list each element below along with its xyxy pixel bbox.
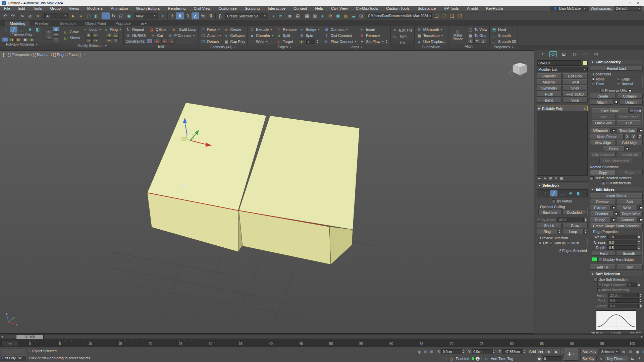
preserve-uvs-settings-button[interactable] [628,88,632,93]
redo-icon[interactable]: ↷ [9,12,17,19]
percent-snap-icon[interactable]: % [199,12,207,19]
preview-subobject-icon[interactable]: ◨ [9,37,15,42]
signin-user[interactable]: 👤 Dan McCabe ▼ [550,6,589,11]
paint-select-icon[interactable]: ▦ [22,37,28,42]
modifier-preset-button[interactable]: Shell [562,85,587,90]
select-dot-icon[interactable]: ◉ [29,37,35,42]
time-slider-track[interactable] [5,335,639,339]
menu-item[interactable]: KeyHydra [482,6,507,10]
menu-item[interactable]: Rendering [164,6,190,10]
rect-selection-region-icon[interactable]: ▢ [85,12,93,19]
menu-item[interactable]: Interactive [264,6,289,10]
dist-connect-button[interactable]: ⫼Dist Connect [324,33,357,38]
border-subobject-icon[interactable]: ◡ [18,26,25,33]
tab-populate[interactable]: Populate [111,21,135,26]
transform-toggle-icon[interactable]: T [53,38,59,42]
p-connect-button[interactable]: ⊟P Connect▼ [168,33,195,38]
create-shape-button[interactable]: Create Shape From Selection [590,223,643,228]
make-planar-button[interactable]: Make Planar [590,134,624,139]
edit-edges-rollout-header[interactable]: ▼Edit Edges [590,187,643,192]
viewport-label[interactable]: [ + ] [ Perspective ] [ Standard ] [ Edg… [3,53,80,57]
tessellate-button[interactable]: ▦Tessellate▼ [417,33,446,38]
align-y-button[interactable]: Y [474,39,480,44]
menu-item[interactable]: Customize [214,6,240,10]
grow-button[interactable]: Grow [562,223,587,228]
ring-button[interactable]: ≡Ring▼ [104,27,122,32]
render-setup-icon[interactable]: ⚙ [326,12,334,19]
doc-user-icon[interactable]: ❒ [456,12,464,19]
extrude-button[interactable]: ↥Extrude▼ [249,27,274,32]
motion-tab-icon[interactable]: ◎ [571,51,578,57]
constraint-face-radio[interactable] [592,82,595,85]
edge-subobject-icon[interactable]: ╱ [10,26,17,33]
lock-selection-ribbon-icon[interactable]: ⊶ [53,32,59,37]
target-weld-button[interactable]: Target Weld [619,211,643,216]
weld-settings-button[interactable] [639,206,643,210]
configure-modifier-sets-icon[interactable]: ▤ [560,176,563,181]
hard-edges-button[interactable]: ⬒Hard [491,27,516,32]
preview-multi-icon[interactable]: ◧ [15,37,21,42]
weld-button[interactable]: Weld [617,205,638,210]
use-pivot-center-icon[interactable]: ⌖ [159,12,167,19]
reference-coordinate-dropdown[interactable]: View▼ [134,13,158,19]
divider[interactable] [42,12,43,19]
slice-plane-button[interactable]: Slice Plane [592,108,629,113]
zoom-all-icon[interactable]: ⊞ [628,349,634,354]
create-button[interactable]: Create [590,94,616,99]
zoom-icon[interactable]: ⊕ [621,349,627,354]
target-weld-button[interactable]: ◎Target [276,39,297,44]
bridge-button[interactable]: Bridge [590,217,611,222]
modifier-preset-button[interactable]: Material [537,79,561,84]
spin-button[interactable]: ✖Spin [299,33,320,38]
selection-lock-icon[interactable]: ⊡ [423,349,429,354]
panel-label[interactable]: Polygon Modeling▼ [0,42,44,46]
menu-item[interactable]: Modifiers [83,6,107,10]
bridge-settings-button[interactable] [612,218,616,222]
polygon-subobject-icon[interactable]: ■ [567,190,574,196]
pin-stack-icon[interactable]: ⇱ [46,29,52,34]
relax-button[interactable]: ◠Relax▼ [200,27,221,32]
select-by-name-icon[interactable]: ≡ [77,12,85,19]
selection-filter-dropdown[interactable]: All▼ [44,13,68,19]
time-slider-handle[interactable]: 0 / 100 [16,335,44,339]
x-coordinate-field[interactable]: 0.0cm [441,349,462,354]
visibility-toggle-icon[interactable]: ◁ [583,107,586,111]
align-to-view-button[interactable]: ▢To View [468,27,487,32]
object-name-field[interactable]: Box001 [537,60,581,66]
by-angle-checkbox[interactable] [537,218,540,222]
time-tag-icon[interactable]: ◇ [483,356,489,361]
menu-item[interactable]: Tools [29,6,46,10]
spinner-arrows[interactable] [316,40,319,44]
modifier-stack-empty[interactable] [537,111,588,176]
use-soft-selection-checkbox[interactable] [594,278,598,282]
cut-button[interactable]: Cut [617,120,641,125]
quickslice-button[interactable]: QuickSlice [592,120,616,125]
element-subobject-icon[interactable]: ◧ [575,190,583,196]
set-key-button[interactable]: Set Key [580,356,597,361]
detach-button[interactable]: ❐Detach [200,39,221,44]
key-mode-toggle[interactable]: ◀▶ [537,356,542,361]
slider-right-arrow[interactable]: ▶ [641,335,643,338]
hard-edge-color-swatch[interactable] [592,257,598,262]
grow-button[interactable]: ◰Grow [63,29,80,35]
menu-item[interactable]: Group [46,6,65,10]
menu-item[interactable]: Content [289,6,311,10]
constraint-none-icon[interactable]: ⊠ [147,39,153,44]
menu-item[interactable]: Edit [14,6,29,10]
select-and-rotate-icon[interactable]: ↻ [110,12,117,19]
display-tab-icon[interactable]: ▭ [582,51,589,57]
by-vertex-checkbox[interactable] [552,199,556,203]
edit-poly-mode-icon[interactable]: ▢ [2,37,8,42]
modifier-list-dropdown[interactable]: Modifier List▼ [537,67,588,72]
key-filter-curve-icon[interactable]: ∿ [598,356,604,361]
window-crossing-icon[interactable]: ◧ [93,12,100,19]
set-flow-button[interactable]: ┿Set Flow▼ [359,39,388,44]
weld-button[interactable]: ≀Weld▼ [249,39,274,44]
full-interactivity-checkbox[interactable]: ✓ [602,181,605,185]
key-filters-button[interactable]: Key Filters... [605,356,628,361]
go-to-start-button[interactable]: |◀◀ [537,349,544,354]
unlink-selection-icon[interactable]: ⊘ [26,12,34,19]
snap-3d-icon[interactable]: 3 [184,12,192,19]
select-and-move-icon[interactable]: + [102,12,110,19]
insert-loop-button[interactable]: ┼Insert [359,27,388,32]
